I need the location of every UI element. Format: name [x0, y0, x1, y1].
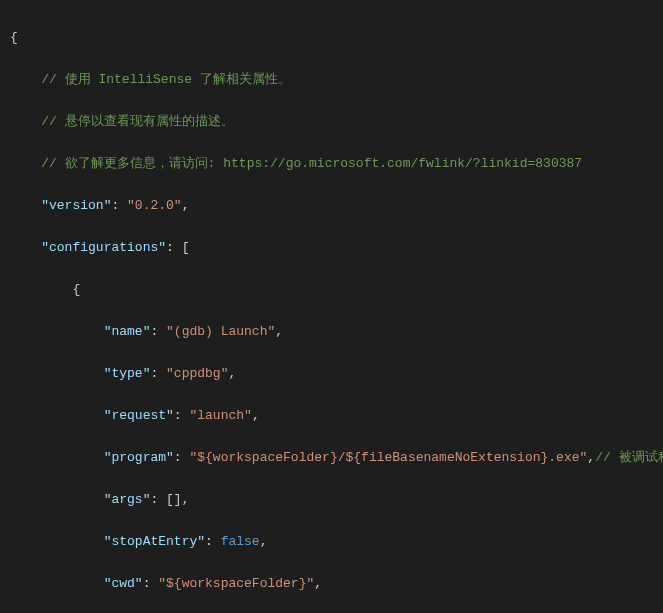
- json-string: "0.2.0": [127, 198, 182, 213]
- json-bool: false: [221, 534, 260, 549]
- json-key: "program": [104, 450, 174, 465]
- brace-open: {: [10, 30, 18, 45]
- json-string: "${workspaceFolder}": [158, 576, 314, 591]
- json-key: "cwd": [104, 576, 143, 591]
- json-string: "cppdbg": [166, 366, 228, 381]
- json-key: "request": [104, 408, 174, 423]
- json-array: []: [166, 492, 182, 507]
- json-key: "type": [104, 366, 151, 381]
- comment: // 悬停以查看现有属性的描述。: [41, 114, 233, 129]
- json-key: "configurations": [41, 240, 166, 255]
- json-string: "launch": [189, 408, 251, 423]
- code-editor: { // 使用 IntelliSense 了解相关属性。 // 悬停以查看现有属…: [0, 0, 663, 613]
- comment: // 使用 IntelliSense 了解相关属性。: [41, 72, 291, 87]
- json-key: "version": [41, 198, 111, 213]
- json-key: "args": [104, 492, 151, 507]
- comment: // 欲了解更多信息，请访问: https://go.microsoft.com…: [41, 156, 582, 171]
- brace-open: {: [72, 282, 80, 297]
- json-string: "${workspaceFolder}/${fileBasenameNoExte…: [189, 450, 587, 465]
- json-key: "stopAtEntry": [104, 534, 205, 549]
- json-key: "name": [104, 324, 151, 339]
- json-string: "(gdb) Launch": [166, 324, 275, 339]
- comment: // 被调试程序: [595, 450, 663, 465]
